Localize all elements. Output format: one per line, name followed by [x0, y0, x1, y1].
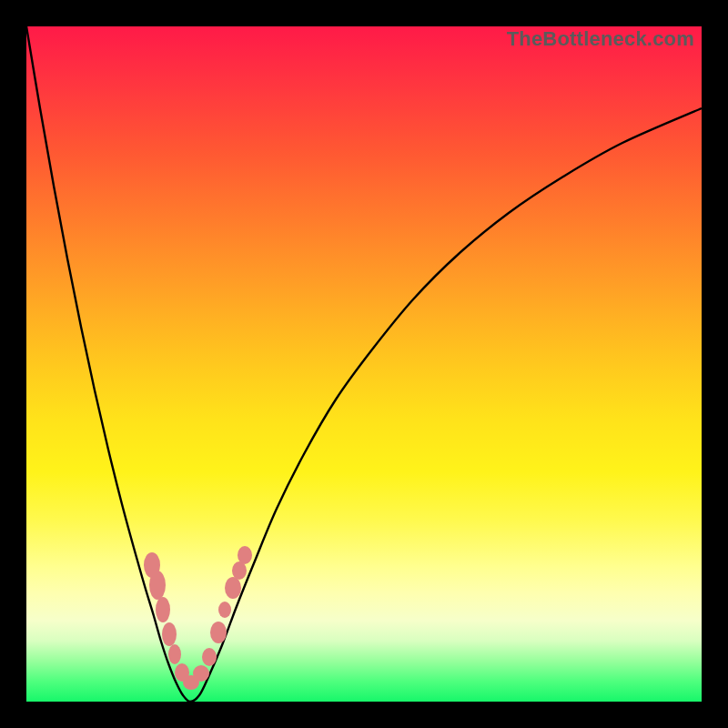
marker-point	[149, 571, 166, 600]
marker-point	[225, 577, 241, 599]
marker-point	[162, 622, 177, 646]
marker-point	[156, 597, 170, 622]
marker-point	[218, 602, 231, 618]
marker-point	[193, 665, 209, 682]
marker-point	[210, 622, 227, 643]
plot-area: TheBottleneck.com	[26, 26, 702, 702]
marker-point	[202, 648, 217, 666]
marker-point	[232, 561, 247, 580]
bottleneck-curve	[26, 26, 702, 702]
marker-point	[168, 644, 181, 664]
chart-frame: TheBottleneck.com	[0, 0, 728, 728]
curve-layer	[26, 26, 702, 702]
marker-point	[238, 546, 252, 564]
